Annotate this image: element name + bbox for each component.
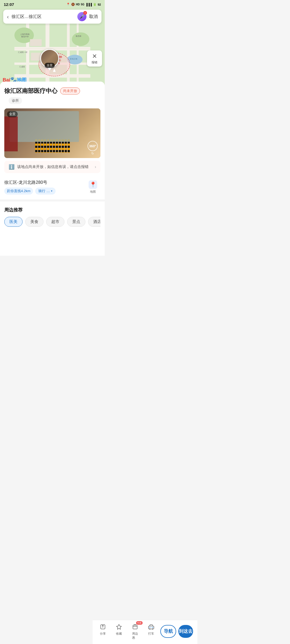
panorama-image[interactable]: 全景 360° ↻ xyxy=(4,108,100,158)
detail-header: 徐汇区南部医疗中心 尚未开放 xyxy=(0,82,105,97)
svg-text:汇成苑: 汇成苑 xyxy=(19,65,25,68)
search-query: 徐汇区…徐汇区 xyxy=(12,14,75,20)
status-time: 12:07 xyxy=(4,2,14,7)
route-button[interactable]: 骑行 … ▾ xyxy=(35,188,56,195)
battery-icon: 🔋 xyxy=(93,3,97,6)
back-button[interactable]: ‹ xyxy=(7,14,9,20)
place-title: 徐汇区南部医疗中心 xyxy=(4,87,57,95)
panorama-pin[interactable]: 全景 xyxy=(40,49,59,71)
address-content: 徐汇区-龙川北路280号 距你直线4.2km 骑行 … ▾ xyxy=(4,180,85,195)
pano-360-button[interactable]: 360° ↻ xyxy=(88,141,98,155)
status-icons: 📍 🔕 HD 5G ▐▐▐ 🔋 92 xyxy=(66,3,101,6)
mic-icon: 🎤 xyxy=(80,14,84,19)
mute-icon: 🔕 xyxy=(71,3,75,6)
address-section: 徐汇区-龙川北路280号 距你直线4.2km 骑行 … ▾ 📍 地图 xyxy=(0,176,105,198)
nearby-tag-food[interactable]: 美食 xyxy=(25,217,44,227)
360-circle: 360° xyxy=(88,141,98,151)
nearby-tag-attraction[interactable]: 景点 xyxy=(67,217,85,227)
battery-level: 92 xyxy=(98,3,101,6)
svg-text:银杏林: 银杏林 xyxy=(75,35,81,37)
nearby-tag-supermarket[interactable]: 超市 xyxy=(46,217,64,227)
nearby-section: 周边推荐 医美 美食 超市 景点 酒店 xyxy=(0,203,105,229)
address-meta: 距你直线4.2km 骑行 … ▾ xyxy=(4,188,85,195)
map-background: 上海市西南 模范中学 汇成苑一村 汇成苑 银杏林 星海沙滩 徐汇区南部 医疗中心… xyxy=(0,24,105,86)
nearby-tags: 医美 美食 超市 景点 酒店 xyxy=(4,217,100,227)
nearby-tag-hotel[interactable]: 酒店 xyxy=(88,217,100,227)
info-arrow-icon: › xyxy=(95,164,96,169)
svg-text:上海市西南: 上海市西南 xyxy=(20,33,30,35)
pin-icon: 📍 xyxy=(90,181,96,188)
info-icon: ℹ️ xyxy=(9,164,15,170)
panorama-label: 全景 xyxy=(45,63,55,68)
report-error-button[interactable]: ✕ 报错 xyxy=(87,50,102,67)
section-divider xyxy=(0,199,105,202)
nearby-title: 周边推荐 xyxy=(4,207,100,213)
svg-text:星海沙滩: 星海沙滩 xyxy=(70,58,77,60)
route-label: 骑行 … xyxy=(38,189,50,193)
panorama-tag: 全景 xyxy=(7,111,18,117)
report-label: 报错 xyxy=(92,60,97,64)
distance-badge: 距你直线4.2km xyxy=(4,188,33,195)
detail-panel: 徐汇区南部医疗中心 尚未开放 诊所 xyxy=(0,82,105,256)
report-icon: ✕ xyxy=(92,53,97,60)
svg-rect-13 xyxy=(30,39,42,46)
svg-rect-6 xyxy=(67,24,70,86)
dropdown-icon: ▾ xyxy=(51,189,52,192)
svg-text:汇成苑一村: 汇成苑一村 xyxy=(18,51,27,53)
address-text: 徐汇区-龙川北路280号 xyxy=(4,180,85,185)
info-notice[interactable]: ℹ️ 该地点尚未开放，如信息有误，请点击报错 › xyxy=(4,161,100,173)
nearby-tag-medical[interactable]: 医美 xyxy=(4,217,23,227)
map-pin-icon: 📍 xyxy=(89,180,97,189)
mic-button[interactable]: 🎤 xyxy=(77,12,86,21)
status-bar: 12:07 📍 🔕 HD 5G ▐▐▐ 🔋 92 xyxy=(0,0,105,8)
category-badge: 诊所 xyxy=(9,97,22,104)
search-bar[interactable]: ‹ 徐汇区…徐汇区 🎤 取消 xyxy=(3,10,102,24)
signal-icon: ▐▐▐ xyxy=(85,3,92,6)
svg-text:模范中学: 模范中学 xyxy=(21,36,29,38)
svg-point-9 xyxy=(72,32,89,46)
not-open-badge: 尚未开放 xyxy=(60,87,80,94)
map-icon-label: 地图 xyxy=(90,190,96,194)
cancel-button[interactable]: 取消 xyxy=(89,14,98,20)
hd-label: HD xyxy=(76,3,80,6)
5g-label: 5G xyxy=(81,3,84,6)
map-icon-button[interactable]: 📍 地图 xyxy=(85,180,100,195)
location-icon: 📍 xyxy=(66,3,70,6)
info-notice-text: 该地点尚未开放，如信息有误，请点击报错 xyxy=(17,164,92,169)
